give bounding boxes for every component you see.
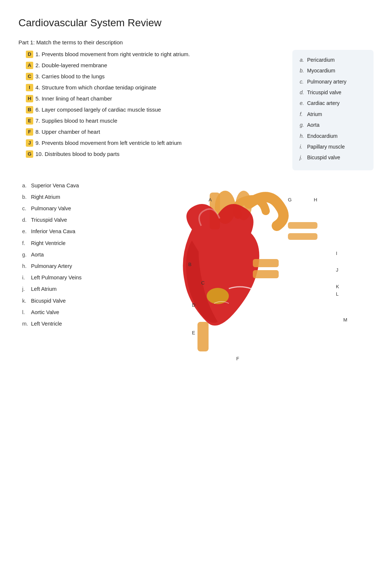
answer-text: Aorta	[307, 121, 319, 129]
answer-item: i.Papillary muscle	[300, 143, 366, 151]
question-item: B6. Layer composed largely of cardiac mu…	[26, 105, 281, 114]
answer-item: c.Pulmonary artery	[300, 78, 366, 86]
question-text: 3. Carries blood to the lungs	[35, 72, 105, 81]
part2-item-letter: j.	[22, 285, 31, 293]
answer-text: Bicuspid valve	[307, 153, 340, 161]
part2-list-item: l.Aortic Valve	[22, 308, 122, 317]
question-item: E7. Supplies blood to heart muscle	[26, 116, 281, 125]
part2-list-item: g.Aorta	[22, 251, 122, 259]
answer-badge: C	[26, 73, 33, 80]
diagram-label-lH: H	[314, 196, 317, 204]
question-item: I4. Structure from which chordae tenidap…	[26, 83, 281, 92]
part2-list-item: m.Left Ventricle	[22, 320, 122, 328]
answer-item: b.Myocardium	[300, 67, 366, 75]
part2-item-text: Pulmonary Valve	[31, 204, 71, 213]
answer-badge: H	[26, 95, 33, 102]
question-item: D1. Prevents blood movement from right v…	[26, 50, 281, 59]
answer-text: Endocardium	[307, 132, 338, 140]
answer-letter: d.	[300, 88, 307, 96]
answer-letter: i.	[300, 143, 307, 151]
part2-item-letter: d.	[22, 216, 31, 224]
diagram-label-lI: I	[336, 250, 337, 258]
part2-item-text: Aorta	[31, 251, 44, 259]
question-text: 10. Distributes blood to body parts	[35, 150, 120, 159]
diagram-label-lA: A	[209, 196, 212, 204]
part2-item-text: Bicuspid Valve	[31, 297, 66, 305]
answer-badge: D	[26, 51, 33, 58]
part2-list-item: d.Tricuspid Valve	[22, 216, 122, 224]
answer-letter: a.	[300, 56, 307, 64]
question-item: J9. Prevents blood movement from left ve…	[26, 139, 281, 147]
question-text: 9. Prevents blood movement from left ven…	[35, 139, 182, 147]
question-item: C3. Carries blood to the lungs	[26, 72, 281, 81]
answer-letter: c.	[300, 78, 307, 86]
part2-item-text: Pulmonary Artery	[31, 262, 72, 271]
part2-item-letter: h.	[22, 262, 31, 271]
part2-list-item: e.Inferior Vena Cava	[22, 227, 122, 236]
answer-letter: h.	[300, 132, 307, 140]
question-text: 1. Prevents blood movement from right ve…	[35, 50, 190, 59]
part2-section: a.Superior Vena Cavab.Right Atriumc.Pulm…	[18, 181, 374, 374]
question-item: A2. Double-layered membrane	[26, 61, 281, 70]
question-item: G10. Distributes blood to body parts	[26, 150, 281, 159]
part2-item-text: Inferior Vena Cava	[31, 227, 75, 236]
question-text: 8. Upper chamber of heart	[35, 127, 100, 136]
question-text: 7. Supplies blood to heart muscle	[35, 116, 117, 125]
part2-item-text: Tricuspid Valve	[31, 216, 67, 224]
answer-item: d.Tricuspid valve	[300, 88, 366, 96]
answer-badge: A	[26, 62, 33, 69]
part2-item-letter: c.	[22, 204, 31, 213]
question-text: 6. Layer composed largely of cardiac mus…	[35, 105, 161, 114]
part2-list-item: b.Right Atrium	[22, 193, 122, 201]
diagram-label-lG: G	[288, 196, 292, 204]
part2-item-text: Left Ventricle	[31, 320, 62, 328]
question-text: 2. Double-layered membrane	[35, 61, 107, 70]
answer-item: f.Atrium	[300, 110, 366, 118]
diagram-label-lD: D	[192, 302, 195, 309]
part2-list-item: i.Left Pulmonary Veins	[22, 273, 122, 282]
question-text: 4. Structure from which chordae tenidap …	[35, 83, 157, 92]
diagram-label-lM: M	[343, 316, 347, 324]
answer-text: Papillary muscle	[307, 143, 345, 151]
part2-item-text: Superior Vena Cava	[31, 181, 79, 190]
part2-item-text: Left Pulmonary Veins	[31, 273, 82, 282]
diagram-label-lJ: J	[336, 266, 338, 274]
question-item: F8. Upper chamber of heart	[26, 127, 281, 136]
part2-item-letter: g.	[22, 251, 31, 259]
diagram-label-lB: B	[188, 261, 192, 269]
answer-letter: j.	[300, 153, 307, 161]
answer-badge: I	[26, 84, 33, 91]
part2-item-letter: m.	[22, 320, 31, 328]
answer-item: a.Pericardium	[300, 56, 366, 64]
questions-column: D1. Prevents blood movement from right v…	[18, 50, 281, 170]
answers-column: a.Pericardiumb.Myocardiumc.Pulmonary art…	[292, 50, 374, 170]
answer-badge: E	[26, 117, 33, 125]
part2-item-text: Aortic Valve	[31, 308, 59, 317]
part2-list-item: k.Bicuspid Valve	[22, 297, 122, 305]
part2-item-letter: l.	[22, 308, 31, 317]
answer-item: j.Bicuspid valve	[300, 153, 366, 161]
diagram-label-lE: E	[192, 329, 195, 337]
part2-item-letter: b.	[22, 193, 31, 201]
matching-section: D1. Prevents blood movement from right v…	[18, 50, 374, 170]
answer-letter: e.	[300, 99, 307, 107]
answer-letter: f.	[300, 110, 307, 118]
part2-item-letter: f.	[22, 239, 31, 248]
question-text: 5. Inner lining of heart chamber	[35, 94, 112, 103]
part2-list: a.Superior Vena Cavab.Right Atriumc.Pulm…	[18, 181, 122, 374]
part2-list-item: h.Pulmonary Artery	[22, 262, 122, 271]
answer-text: Myocardium	[307, 67, 335, 75]
part2-item-text: Right Ventricle	[31, 239, 66, 248]
answer-item: h.Endocardium	[300, 132, 366, 140]
part2-list-item: f.Right Ventricle	[22, 239, 122, 248]
answer-badge: J	[26, 139, 33, 147]
part2-list-item: c.Pulmonary Valve	[22, 204, 122, 213]
part2-item-text: Right Atrium	[31, 193, 60, 201]
part2-item-letter: i.	[22, 273, 31, 282]
page-title: Cardiovascular System Review	[18, 15, 374, 31]
answer-badge: G	[26, 150, 33, 158]
diagram-label-lL: L	[336, 290, 338, 298]
part1-title: Part 1: Match the terms to their descrip…	[18, 38, 374, 47]
part2-list-item: a.Superior Vena Cava	[22, 181, 122, 190]
answer-item: e.Cardiac artery	[300, 99, 366, 107]
